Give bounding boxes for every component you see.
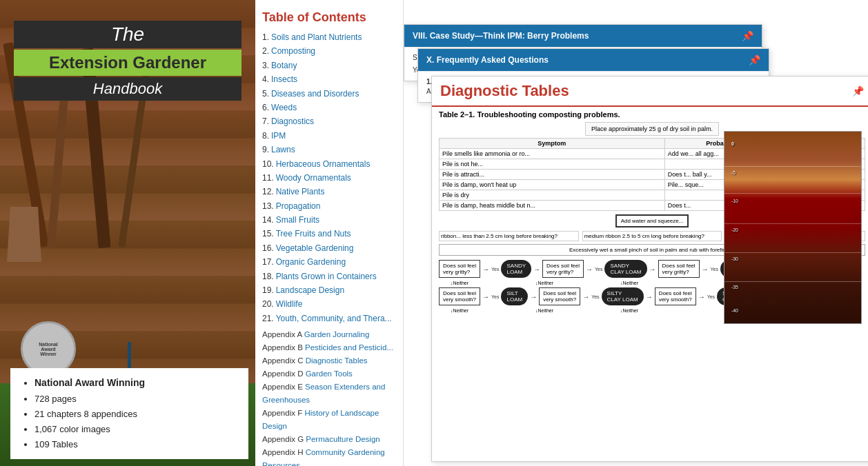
toc-appendix-2[interactable]: Appendix B Pesticides and Pesticid... xyxy=(262,341,396,354)
arrow-yes1: → xyxy=(482,265,489,273)
toc-item-19[interactable]: 19.Landscape Design xyxy=(262,283,396,297)
toc-appendix-5[interactable]: Appendix E Season Extenders and Greenhou… xyxy=(262,381,396,407)
cell-1-0: Pile is not he... xyxy=(440,159,665,170)
toc-title: Table of Contents xyxy=(262,10,396,25)
toc-item-6[interactable]: 6.Weeds xyxy=(262,101,396,114)
arrow-3: → xyxy=(649,265,656,273)
toc-item-21[interactable]: 21.Youth, Community, and Thera... xyxy=(262,312,396,325)
diagnostic-header: Diagnostic Tables 📌 xyxy=(432,77,868,107)
bullet-item-4: 1,067 color images xyxy=(34,422,238,437)
appendix-link-1[interactable]: Garden Journaling xyxy=(304,330,370,338)
toc-appendix-6[interactable]: Appendix F History of Landscape Design xyxy=(262,407,396,433)
bullet-item-1: National Award Winning xyxy=(34,375,238,392)
toc-link-13[interactable]: Propagation xyxy=(276,201,321,211)
toc-item-13[interactable]: 13.Propagation xyxy=(262,199,396,213)
layer-line-4 xyxy=(724,252,861,253)
toc-link-5[interactable]: Diseases and Disorders xyxy=(271,89,359,99)
layer-label-3: -10 xyxy=(731,199,738,203)
arrow-yes5: → xyxy=(582,293,589,301)
toc-item-5[interactable]: 5.Diseases and Disorders xyxy=(262,87,396,101)
toc-link-20[interactable]: Wildlife xyxy=(276,299,303,309)
arrow-yes4: → xyxy=(482,293,489,301)
layer-label-7: -40 xyxy=(731,308,738,313)
cell-2-0: Pile is attracti... xyxy=(440,170,665,180)
layer-label-1: 0 xyxy=(731,141,734,146)
toc-item-18[interactable]: 18.Plants Grown in Containers xyxy=(262,270,396,283)
toc-link-1[interactable]: Soils and Plant Nutrients xyxy=(271,32,362,42)
neither-2c: ↓Neither xyxy=(609,308,650,313)
toc-item-4[interactable]: 4.Insects xyxy=(262,72,396,86)
toc-item-3[interactable]: 3.Botany xyxy=(262,59,396,72)
toc-link-3[interactable]: Botany xyxy=(271,61,297,70)
toc-items: 1.Soils and Plant Nutrients2.Composting3… xyxy=(262,30,396,325)
toc-panel: Table of Contents 1.Soils and Plant Nutr… xyxy=(255,0,404,466)
layer-label-4: -20 xyxy=(731,227,738,232)
sandy-clay-loam: SANDYCLAY LOAM xyxy=(604,260,647,278)
toc-item-1[interactable]: 1.Soils and Plant Nutrients xyxy=(262,30,396,44)
toc-link-18[interactable]: Plants Grown in Containers xyxy=(276,272,377,281)
toc-link-19[interactable]: Landscape Design xyxy=(276,285,344,295)
diagnostic-pin-icon: 📌 xyxy=(852,85,864,97)
toc-item-11[interactable]: 11.Woody Ornamentals xyxy=(262,171,396,185)
toc-appendix-4[interactable]: Appendix D Garden Tools xyxy=(262,367,396,381)
toc-item-15[interactable]: 15.Tree Fruits and Nuts xyxy=(262,227,396,241)
toc-item-8[interactable]: 8.IPM xyxy=(262,129,396,143)
arrow-yes6: → xyxy=(698,293,705,301)
diagnostic-content: Table 2–1. Troubleshooting composting pr… xyxy=(432,107,868,316)
appendix-link-2[interactable]: Pesticides and Pesticid... xyxy=(305,343,393,352)
toc-appendix-7[interactable]: Appendix G Permaculture Design xyxy=(262,433,396,446)
neither-2b: ↓Neither xyxy=(524,308,565,313)
diagnostic-title: Diagnostic Tables xyxy=(440,82,569,100)
cell-4-0: Pile is dry xyxy=(440,190,665,201)
bullet-list: National Award Winning 728 pages 21 chap… xyxy=(10,368,248,459)
bullet-item-3: 21 chapters 8 appendices xyxy=(34,407,238,422)
layer-line-2 xyxy=(724,193,861,194)
toc-link-21[interactable]: Youth, Community, and Thera... xyxy=(276,314,392,323)
toc-link-8[interactable]: IPM xyxy=(271,131,286,141)
toc-link-6[interactable]: Weeds xyxy=(271,103,297,112)
neither-2a: ↓Neither xyxy=(439,308,480,313)
yes-6: Yes xyxy=(707,294,715,299)
toc-link-12[interactable]: Native Plants xyxy=(276,187,325,196)
toc-link-7[interactable]: Diagnostics xyxy=(271,116,314,126)
layer-line-5 xyxy=(724,281,861,282)
toc-item-20[interactable]: 20.Wildlife xyxy=(262,297,396,311)
gritty-q1: Does soil feelvery gritty? xyxy=(439,260,480,278)
book-the-label: The xyxy=(14,21,241,48)
toc-item-7[interactable]: 7.Diagnostics xyxy=(262,114,396,128)
toc-link-2[interactable]: Composting xyxy=(271,46,315,56)
appendix-link-4[interactable]: Garden Tools xyxy=(306,369,353,378)
toc-appendix-8[interactable]: Appendix H Community Gardening Resources xyxy=(262,446,396,466)
toc-link-16[interactable]: Vegetable Gardening xyxy=(276,243,354,253)
toc-link-9[interactable]: Lawns xyxy=(271,145,295,154)
add-water-box: Add water and squeeze... xyxy=(615,214,689,227)
toc-link-11[interactable]: Woody Ornamentals xyxy=(276,173,351,183)
toc-item-9[interactable]: 9.Lawns xyxy=(262,143,396,156)
toc-appendix-1[interactable]: Appendix A Garden Journaling xyxy=(262,328,396,341)
toc-item-14[interactable]: 14.Small Fruits xyxy=(262,213,396,227)
smooth-q1: Does soil feelvery smooth? xyxy=(439,287,480,305)
yes-5: Yes xyxy=(591,294,599,299)
toc-link-14[interactable]: Small Fruits xyxy=(276,215,319,225)
layer-line-1 xyxy=(724,166,861,167)
faq-title: X. Frequently Asked Questions xyxy=(426,55,549,65)
toc-item-17[interactable]: 17.Organic Gardening xyxy=(262,255,396,269)
arrow-5: → xyxy=(530,293,537,301)
appendix-link-7[interactable]: Permaculture Design xyxy=(306,435,379,443)
book-title-area: The Extension Gardener Handbook xyxy=(14,21,241,101)
toc-item-12[interactable]: 12.Native Plants xyxy=(262,185,396,199)
layer-label-6: -35 xyxy=(731,285,738,290)
toc-link-10[interactable]: Herbaceous Ornamentals xyxy=(276,159,371,169)
neither-1a: ↓Neither xyxy=(439,281,480,285)
toc-link-15[interactable]: Tree Fruits and Nuts xyxy=(276,229,351,239)
toc-appendix-3[interactable]: Appendix C Diagnostic Tables xyxy=(262,354,396,367)
toc-link-17[interactable]: Organic Gardening xyxy=(276,257,346,267)
faq-pin-icon: 📌 xyxy=(749,54,760,65)
toc-item-16[interactable]: 16.Vegetable Gardening xyxy=(262,241,396,255)
toc-item-2[interactable]: 2.Composting xyxy=(262,44,396,58)
silt-loam: SILTLOAM xyxy=(501,287,528,305)
toc-item-10[interactable]: 10.Herbaceous Ornamentals xyxy=(262,157,396,171)
table-area: Table 2–1. Troubleshooting composting pr… xyxy=(439,110,865,313)
appendix-link-3[interactable]: Diagnostic Tables xyxy=(306,356,368,365)
toc-link-4[interactable]: Insects xyxy=(271,74,297,84)
